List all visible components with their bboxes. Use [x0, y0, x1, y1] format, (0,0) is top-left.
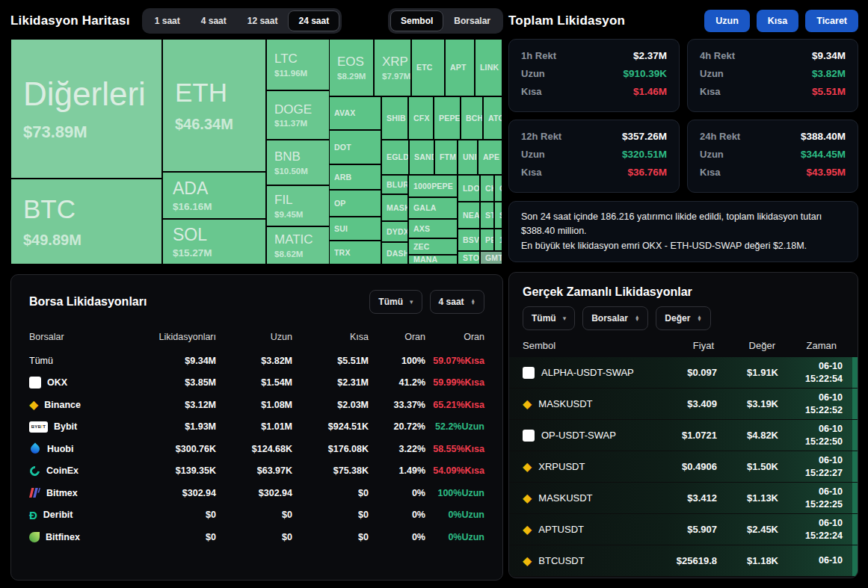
exchange-liq: $9.34M [135, 356, 216, 366]
realtime-value-dropdown[interactable]: Değer ▲▼ [656, 306, 710, 330]
liquidation-row-xrpusdt[interactable]: ◆XRPUSDT$0.4906$1.50K06-1015:22:27 [509, 451, 858, 483]
liquidation-row-aptusdt[interactable]: ◆APTUSDT$5.907$2.45K06-1015:22:24 [509, 514, 858, 545]
treemap-tile-ftm[interactable]: FTM [434, 140, 458, 175]
view-toggle-borsalar[interactable]: Borsalar [443, 10, 501, 31]
totals-button-ticaret[interactable]: Ticaret [805, 10, 858, 32]
treemap-tile-xrp[interactable]: XRP$7.97M [374, 39, 411, 96]
treemap-tile-trx[interactable]: TRX [329, 241, 381, 264]
exchange-long: $0 [216, 532, 292, 542]
time-filter-12-saat[interactable]: 12 saat [237, 10, 289, 31]
exchange-row-coinex[interactable]: CoinEx$139.35K$63.97K$75.38K1.49%54.09%K… [29, 460, 484, 483]
treemap-tile-bnb[interactable]: BNB$10.50M [266, 140, 330, 185]
liquidation-price: $5.907 [651, 524, 717, 535]
treemap-tile-sol[interactable]: SOL$15.27M [162, 219, 266, 264]
treemap-tile-near[interactable]: NEAR [458, 202, 480, 229]
treemap-tile-etc[interactable]: ETC [411, 39, 445, 96]
tile-symbol: CFX [413, 114, 433, 123]
treemap-tile-eos[interactable]: EOS$8.29M [329, 39, 374, 96]
treemap-tile-link[interactable]: LINK [475, 39, 502, 96]
rekt-total-value: $2.37M [633, 50, 667, 61]
treemap-tile-chz[interactable]: CHZ [480, 175, 494, 202]
treemap-tile-sui[interactable]: SUI [329, 217, 381, 241]
tile-symbol: LINK [480, 63, 502, 72]
treemap-tile-fil[interactable]: FIL$9.45M [266, 185, 330, 226]
treemap-tile-gala[interactable]: GALA [408, 197, 458, 219]
treemap-tile-sushi[interactable]: SUSHI [494, 202, 502, 229]
treemap-tile-eth[interactable]: ETH$46.34M [162, 39, 266, 172]
exchange-row-okx[interactable]: OKX$3.85M$1.54M$2.31M41.2%59.99%Kısa [29, 372, 484, 394]
treemap-tile-op[interactable]: OP [329, 190, 381, 217]
tile-value: $16.16M [173, 201, 265, 212]
treemap-tile-ltc[interactable]: LTC$11.96M [266, 39, 330, 90]
rekt-short-row: Kısa$1.46M [521, 86, 667, 97]
treemap-tile-cfx[interactable]: CFX [408, 96, 434, 140]
treemap-tile-shib[interactable]: SHIB [381, 96, 408, 140]
treemap-tile-apt[interactable]: APT [445, 39, 475, 96]
treemap-tile-avax[interactable]: AVAX [329, 96, 381, 130]
treemap-tile-1000pepe[interactable]: 1000PEPE [408, 175, 458, 197]
exchange-scope-dropdown[interactable]: Tümü ▾ [369, 290, 422, 314]
exchange-row-huobi[interactable]: Huobi$300.76K$124.68K$176.08K3.22%58.55%… [29, 438, 484, 460]
exchange-time-dropdown[interactable]: 4 saat ▲▼ [430, 290, 484, 314]
binance-icon: ◆ [523, 524, 532, 536]
view-toggle-sembol[interactable]: Sembol [390, 10, 443, 31]
realtime-exchange-dropdown[interactable]: Borsalar ▲▼ [582, 306, 648, 330]
tile-symbol: DYDX [387, 227, 407, 236]
treemap-tile-storj[interactable]: STORJ [458, 251, 480, 264]
treemap-tile-atom[interactable]: ATOM [483, 96, 502, 140]
exchange-row-deribit[interactable]: ĐDeribit$0$0$00%0%Uzun [29, 504, 484, 527]
treemap-tile-ldo[interactable]: LDO [458, 175, 480, 202]
realtime-scope-dropdown[interactable]: Tümü ▾ [523, 306, 575, 330]
exchange-row-t-m-[interactable]: Tümü$9.34M$3.82M$5.51M100%59.07%Kısa [29, 350, 484, 372]
treemap-tile-gmt[interactable]: GMT [480, 251, 502, 264]
binance-icon: ◆ [523, 398, 532, 410]
treemap-tile-mask[interactable]: MASK [381, 194, 408, 221]
treemap-tile-btc[interactable]: BTC$49.89M [10, 179, 162, 264]
liquidation-clock: 15:22:54 [778, 373, 843, 386]
tile-symbol: MATIC [274, 232, 329, 247]
chevron-down-icon: ▾ [563, 315, 567, 322]
treemap-tile-di-erleri[interactable]: Diğerleri$73.89M [10, 39, 162, 179]
totals-button-uzun[interactable]: Uzun [704, 10, 750, 32]
treemap-tile-doge[interactable]: DOGE$11.37M [266, 90, 330, 140]
treemap-tile-zec[interactable]: ZEC [408, 238, 458, 255]
exchange-row-bitmex[interactable]: Bitmex$302.94$302.94$00%100%Uzun [29, 482, 484, 504]
treemap-tile-bch[interactable]: BCH [461, 96, 483, 140]
treemap-tile-uni[interactable]: UNI [458, 140, 478, 175]
treemap-tile-1000[interactable]: 1000 [494, 229, 502, 251]
liquidation-row-maskusdt[interactable]: ◆MASKUSDT$3.412$1.13K06-1015:22:25 [509, 483, 858, 514]
treemap-tile-blur[interactable]: BLUR [381, 175, 408, 194]
treemap-tile-egld[interactable]: EGLD [381, 140, 409, 175]
treemap-tile-ordi[interactable]: ORDI [494, 175, 502, 202]
treemap-tile-sand[interactable]: SAND [409, 140, 434, 175]
treemap-tile-people[interactable]: PEOPLE [480, 229, 494, 251]
treemap-tile-dash[interactable]: DASH [381, 242, 408, 264]
time-filter-1-saat[interactable]: 1 saat [144, 10, 191, 31]
treemap-tile-stx[interactable]: STX [480, 202, 494, 229]
exchange-panel-head: Borsa Likidasyonları Tümü ▾ 4 saat ▲▼ [29, 290, 484, 314]
exchange-liq: $139.35K [135, 465, 216, 476]
time-filter-4-saat[interactable]: 4 saat [191, 10, 237, 31]
liquidation-row-maskusdt[interactable]: ◆MASKUSDT$3.409$3.19K06-1015:22:52 [509, 389, 858, 420]
exchange-row-binance[interactable]: ◆Binance$3.12M$1.08M$2.03M33.37%65.21%Kı… [29, 394, 484, 416]
exchange-row-bybit[interactable]: BYB!TBybit$1.93M$1.01M$924.51K20.72%52.2… [29, 416, 484, 439]
treemap-tile-ape[interactable]: APE [478, 140, 502, 175]
time-filter-24-saat[interactable]: 24 saat [288, 10, 339, 31]
liquidation-row-btcusdt[interactable]: ◆BTCUSDT$25619.8$1.18K06-10 [509, 545, 858, 577]
treemap-tile-bsv[interactable]: BSV [458, 229, 480, 251]
treemap-tile-matic[interactable]: MATIC$8.62M [266, 226, 330, 264]
liquidation-row-op-usdt-swap[interactable]: OP-USDT-SWAP$1.0721$4.82K06-1015:22:50 [509, 420, 858, 451]
treemap-tile-dot[interactable]: DOT [329, 130, 381, 164]
treemap-tile-axs[interactable]: AXS [408, 219, 458, 238]
realtime-value-value: Değer [665, 313, 690, 324]
liquidation-row-alpha-usdt-swap[interactable]: ALPHA-USDT-SWAP$0.097$1.91K06-1015:22:54 [509, 357, 858, 389]
treemap-tile-arb[interactable]: ARB [329, 164, 381, 190]
treemap-tile-dydx[interactable]: DYDX [381, 221, 408, 242]
liquidation-date: 06-10 [778, 517, 843, 530]
exchange-row-bitfinex[interactable]: Bitfinex$0$0$00%0%Uzun [29, 526, 484, 548]
treemap-tile-mana[interactable]: MANA [408, 255, 458, 264]
treemap-tile-pepe[interactable]: PEPE [434, 96, 461, 140]
treemap-tile-ada[interactable]: ADA$16.16M [162, 172, 266, 219]
totals-button-k-sa[interactable]: Kısa [757, 10, 798, 32]
liquidation-symbol: MASKUSDT [538, 398, 592, 409]
